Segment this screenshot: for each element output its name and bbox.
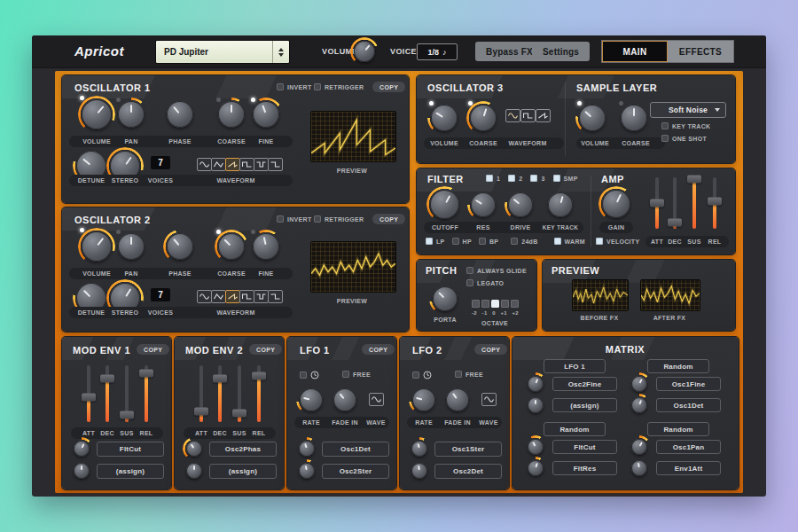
square-wave-button[interactable] xyxy=(239,290,254,303)
osc2-voices-value[interactable]: 7 xyxy=(151,288,170,301)
lfo1-fade-in-knob[interactable] xyxy=(333,388,356,411)
square-wave-button[interactable] xyxy=(239,158,254,171)
amp-sus-slider[interactable] xyxy=(687,177,701,229)
matrix-4-amount1-knob[interactable] xyxy=(631,439,647,455)
gain-knob[interactable] xyxy=(602,190,630,218)
lfo1-assign1-dropdown[interactable]: Osc1Det xyxy=(322,442,389,457)
retrigger-checkbox[interactable]: RETRIGGER xyxy=(314,83,364,90)
amp-rel-slider[interactable] xyxy=(708,177,722,229)
matrix-3-amount1-knob[interactable] xyxy=(528,439,544,455)
me2-assign1-dropdown[interactable]: Osc2Phas xyxy=(209,442,277,457)
matrix-1-target2-dropdown[interactable]: (assign) xyxy=(552,398,617,412)
osc1-fine-knob[interactable] xyxy=(253,101,279,128)
me1-rel-slider[interactable] xyxy=(139,365,153,422)
lfo2-free-checkbox[interactable]: FREE xyxy=(455,371,483,378)
master-volume-knob[interactable] xyxy=(354,41,375,62)
me2-amount2-knob[interactable] xyxy=(186,463,202,479)
osc1-voices-value[interactable]: 7 xyxy=(151,156,170,169)
matrix-source-1-dropdown[interactable]: LFO 1 xyxy=(544,359,606,373)
lfo2-wave-button[interactable] xyxy=(481,393,497,406)
lp-checkbox[interactable]: LP xyxy=(426,238,445,245)
me1-assign1-dropdown[interactable]: FltCut xyxy=(97,442,164,457)
bp-checkbox[interactable]: BP xyxy=(479,238,498,245)
settings-button[interactable]: Settings xyxy=(532,42,590,61)
legato-checkbox[interactable]: LEGATO xyxy=(466,279,504,286)
square-wave-button[interactable] xyxy=(520,109,536,122)
matrix-1-target1-dropdown[interactable]: Osc2Fine xyxy=(552,377,617,391)
one-shot-checkbox[interactable]: ONE SHOT xyxy=(661,135,707,142)
lfo1-assign2-dropdown[interactable]: Osc2Ster xyxy=(322,464,389,479)
lfo2-assign2-dropdown[interactable]: Osc2Det xyxy=(434,464,502,479)
copy-button[interactable]: COPY xyxy=(372,214,405,224)
octave-plus2-button[interactable] xyxy=(511,300,519,308)
matrix-source-3-dropdown[interactable]: Random xyxy=(544,422,606,436)
matrix-4-amount2-knob[interactable] xyxy=(631,460,647,476)
osc2-fine-knob[interactable] xyxy=(253,233,279,260)
matrix-source-2-dropdown[interactable]: Random xyxy=(647,359,709,373)
sine-wave-button[interactable] xyxy=(197,290,212,303)
triangle-wave-button[interactable] xyxy=(211,158,226,171)
me2-rel-slider[interactable] xyxy=(252,365,266,422)
hp-checkbox[interactable]: HP xyxy=(452,238,472,245)
me2-sus-slider[interactable] xyxy=(232,365,246,422)
me2-dec-slider[interactable] xyxy=(213,365,227,422)
routing-smp-checkbox[interactable]: SMP xyxy=(553,175,578,182)
osc1-phase-knob[interactable] xyxy=(167,101,193,128)
sample-select-dropdown[interactable]: Soft Noise xyxy=(650,102,726,118)
osc2-pan-knob[interactable] xyxy=(118,233,145,260)
matrix-2-amount2-knob[interactable] xyxy=(631,397,647,413)
me1-dec-slider[interactable] xyxy=(100,365,114,422)
routing-1-checkbox[interactable]: 1 xyxy=(486,175,500,182)
lfo2-fade-in-knob[interactable] xyxy=(446,388,469,411)
copy-button[interactable]: COPY xyxy=(137,344,169,355)
osc2-coarse-knob[interactable] xyxy=(218,233,245,260)
saw-wave-button[interactable] xyxy=(225,158,240,171)
retrigger-checkbox[interactable]: RETRIGGER xyxy=(314,215,364,223)
osc2-phase-knob[interactable] xyxy=(167,233,193,260)
saw-wave-button[interactable] xyxy=(225,290,240,303)
matrix-3-amount2-knob[interactable] xyxy=(528,460,544,476)
lfo1-amount2-knob[interactable] xyxy=(299,463,315,479)
osc3-coarse-knob[interactable] xyxy=(470,105,497,131)
saw-wave-button[interactable] xyxy=(536,109,551,122)
sine-wave-button[interactable] xyxy=(505,109,520,122)
lfo1-wave-button[interactable] xyxy=(369,393,384,406)
matrix-1-amount2-knob[interactable] xyxy=(528,397,544,413)
sine-wave-button[interactable] xyxy=(197,158,212,171)
step-wave-button[interactable] xyxy=(268,290,283,303)
key-track-checkbox[interactable]: KEY TRACK xyxy=(661,122,710,129)
triangle-wave-button[interactable] xyxy=(211,290,226,303)
preset-spinner-icon[interactable] xyxy=(272,41,289,63)
tab-effects[interactable]: EFFECTS xyxy=(668,41,733,62)
me1-sus-slider[interactable] xyxy=(120,365,134,422)
routing-2-checkbox[interactable]: 2 xyxy=(508,175,522,182)
warm-checkbox[interactable]: WARM xyxy=(554,238,585,245)
porta-knob[interactable] xyxy=(433,286,458,311)
sample-coarse-knob[interactable] xyxy=(621,105,647,131)
copy-button[interactable]: COPY xyxy=(372,82,405,92)
osc1-volume-knob[interactable] xyxy=(82,99,112,129)
velocity-checkbox[interactable]: VELOCITY xyxy=(596,238,639,245)
always-glide-checkbox[interactable]: ALWAYS GLIDE xyxy=(466,267,527,274)
copy-button[interactable]: COPY xyxy=(474,344,507,355)
24db-checkbox[interactable]: 24dB xyxy=(511,238,537,245)
octave-minus1-button[interactable] xyxy=(481,300,489,308)
lfo2-rate-knob[interactable] xyxy=(412,388,435,411)
matrix-2-amount1-knob[interactable] xyxy=(631,376,647,392)
drive-knob[interactable] xyxy=(508,192,533,217)
matrix-2-target1-dropdown[interactable]: Osc1Fine xyxy=(656,377,721,391)
amp-dec-slider[interactable] xyxy=(668,177,682,229)
matrix-3-target2-dropdown[interactable]: FltRes xyxy=(552,461,617,475)
lfo1-free-checkbox[interactable]: FREE xyxy=(342,371,371,378)
voices-selector[interactable]: 1/8 ♪ xyxy=(417,43,458,60)
matrix-3-target1-dropdown[interactable]: FltCut xyxy=(552,440,617,454)
matrix-4-target2-dropdown[interactable]: Env1Att xyxy=(656,461,721,475)
matrix-1-amount1-knob[interactable] xyxy=(528,376,544,392)
cutoff-knob[interactable] xyxy=(430,190,459,219)
me2-att-slider[interactable] xyxy=(194,365,208,422)
me1-assign2-dropdown[interactable]: (assign) xyxy=(97,464,164,479)
me1-amount1-knob[interactable] xyxy=(74,441,90,457)
matrix-4-target1-dropdown[interactable]: Osc1Pan xyxy=(656,440,721,454)
tab-main[interactable]: MAIN xyxy=(602,41,668,62)
res-knob[interactable] xyxy=(471,192,496,217)
